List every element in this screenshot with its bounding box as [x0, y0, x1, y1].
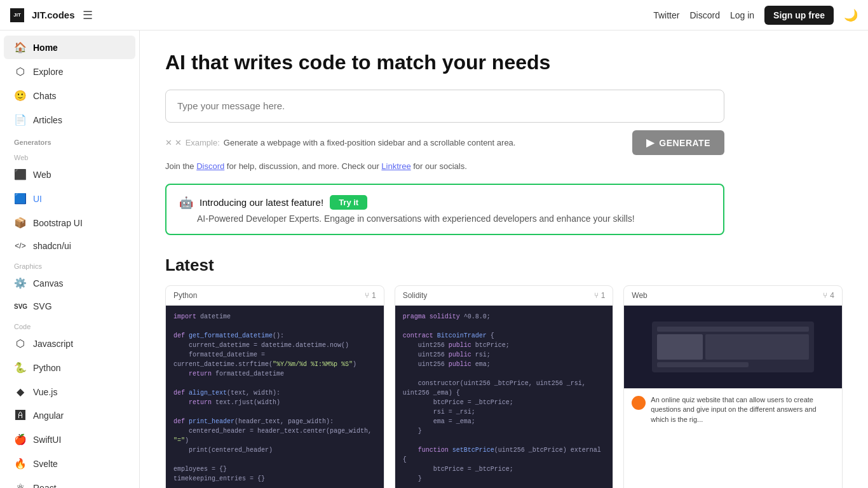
card-python-lang: Python [173, 291, 197, 300]
svelte-icon: 🔥 [14, 458, 27, 470]
example-label: Example: [186, 138, 220, 147]
sidebar: 🏠 Home ⬡ Explore 🙂 Chats 📄 Articles Gene… [0, 30, 140, 488]
shadcn-icon: </> [14, 241, 27, 250]
sidebar-label-react: React [33, 483, 57, 489]
sidebar-item-home[interactable]: 🏠 Home [4, 36, 135, 59]
sidebar-label-svg: SVG [33, 301, 52, 311]
topnav-right: Twitter Discord Log in Sign up free 🌙 [653, 6, 858, 25]
feature-description: AI-Powered Developer Experts. Engage in … [179, 214, 710, 224]
sidebar-item-svelte[interactable]: 🔥 Svelte [4, 452, 135, 475]
card-solidity-forks: ⑂ 1 [594, 291, 606, 300]
card-python[interactable]: Python ⑂ 1 import datetime def get_forma… [165, 285, 384, 488]
twitter-link[interactable]: Twitter [653, 10, 679, 20]
message-box[interactable] [165, 90, 724, 123]
sidebar-label-bootstrap: Bootstrap UI [33, 218, 83, 228]
sidebar-label-explore: Explore [33, 67, 63, 77]
discord-link[interactable]: Discord [689, 10, 719, 20]
sidebar-item-shadcn[interactable]: </> shadcn/ui [4, 235, 135, 257]
try-it-button[interactable]: Try it [330, 195, 367, 210]
sidebar-item-vuejs[interactable]: ◆ Vue.js [4, 380, 135, 403]
card-web-lang: Web [632, 291, 647, 300]
sidebar-label-python: Python [33, 363, 61, 373]
generate-label: GENERATE [659, 138, 710, 148]
discord-notice-link[interactable]: Discord [196, 161, 224, 171]
sidebar-item-canvas[interactable]: ⚙️ Canvas [4, 271, 135, 295]
sidebar-item-articles[interactable]: 📄 Articles [4, 108, 135, 132]
card-python-code-text: import datetime def get_formatted_dateti… [173, 312, 376, 488]
card-web-code [624, 306, 842, 388]
web-subsection-label: Web [0, 149, 139, 163]
sidebar-label-home: Home [33, 43, 58, 53]
sidebar-item-javascript[interactable]: ⬡ Javascript [4, 332, 135, 355]
fork-icon-3: ⑂ [823, 291, 827, 300]
discord-notice: Join the Discord for help, discussion, a… [165, 161, 724, 171]
topnav-left: JIT JIT.codes ☰ [10, 8, 93, 22]
feature-intro-text: Introducing our latest feature! [200, 197, 323, 208]
sidebar-item-bootstrap-ui[interactable]: 📦 Bootstrap UI [4, 211, 135, 234]
svg-icon: SVG [14, 303, 27, 310]
sidebar-label-swiftui: SwiftUI [33, 435, 61, 445]
javascript-icon: ⬡ [14, 337, 27, 349]
card-python-code: import datetime def get_formatted_dateti… [166, 306, 384, 488]
code-subsection-label: Code [0, 318, 139, 332]
card-web-desc: An online quiz website that can allow us… [651, 395, 834, 424]
vuejs-icon: ◆ [14, 386, 27, 398]
sidebar-item-ui[interactable]: 🟦 UI [4, 187, 135, 210]
card-solidity-lang: Solidity [403, 291, 428, 300]
canvas-icon: ⚙️ [14, 277, 27, 289]
sidebar-item-react[interactable]: ⚛ React [4, 476, 135, 488]
card-web[interactable]: Web ⑂ 4 [623, 285, 843, 488]
sidebar-item-python[interactable]: 🐍 Python [4, 356, 135, 379]
preview-row [657, 334, 809, 360]
sidebar-label-shadcn: shadcn/ui [33, 241, 71, 251]
feature-robot-icon: 🤖 [179, 196, 193, 210]
cards-grid: Python ⑂ 1 import datetime def get_forma… [165, 285, 843, 488]
card-solidity-forks-count: 1 [601, 291, 606, 300]
card-solidity-code-text: pragma solidity ^0.8.0; contract Bitcoin… [403, 312, 606, 488]
latest-section-title: Latest [165, 255, 843, 275]
site-name: JIT.codes [32, 10, 75, 20]
sidebar-item-swiftui[interactable]: 🍎 SwiftUI [4, 428, 135, 451]
generate-arrow-icon: ▶ [646, 137, 654, 149]
generate-button[interactable]: ▶ GENERATE [632, 130, 724, 155]
main-content: AI that writes code to match your needs … [140, 30, 868, 488]
sidebar-label-angular: Angular [33, 410, 64, 421]
web-icon: ⬛ [14, 168, 27, 180]
sidebar-item-svg[interactable]: SVG SVG [4, 295, 135, 317]
python-icon: 🐍 [14, 362, 27, 374]
logo-text: JIT [13, 12, 21, 18]
topnav: JIT JIT.codes ☰ Twitter Discord Log in S… [0, 0, 868, 30]
home-icon: 🏠 [14, 41, 27, 53]
hamburger-icon[interactable]: ☰ [83, 8, 93, 22]
login-link[interactable]: Log in [730, 10, 754, 20]
theme-toggle-icon[interactable]: 🌙 [844, 8, 858, 22]
sidebar-label-web: Web [33, 170, 51, 180]
bootstrap-icon: 📦 [14, 217, 27, 229]
feature-banner-top: 🤖 Introducing our latest feature! Try it [179, 195, 710, 210]
feature-banner: 🤖 Introducing our latest feature! Try it… [165, 184, 724, 235]
card-web-avatar [632, 396, 646, 410]
sidebar-label-chats: Chats [33, 91, 57, 101]
sidebar-label-vuejs: Vue.js [33, 387, 57, 397]
sidebar-label-ui: UI [33, 194, 42, 204]
angular-icon: 🅰 [14, 410, 27, 421]
linktree-link[interactable]: Linktree [381, 161, 410, 171]
preview-content [705, 334, 809, 360]
page-title: AI that writes code to match your needs [165, 51, 843, 74]
card-solidity-header: Solidity ⑂ 1 [395, 286, 613, 306]
card-solidity-code: pragma solidity ^0.8.0; contract Bitcoin… [395, 306, 613, 488]
sidebar-item-explore[interactable]: ⬡ Explore [4, 60, 135, 83]
action-row: ✕ ✕ Example: Generate a webpage with a f… [165, 130, 724, 155]
sidebar-item-web[interactable]: ⬛ Web [4, 163, 135, 186]
example-cross-icon: ✕ ✕ [165, 138, 182, 147]
articles-icon: 📄 [14, 114, 27, 126]
message-input[interactable] [177, 100, 712, 111]
card-web-forks-count: 4 [830, 291, 834, 300]
generators-label: Generators [0, 132, 139, 149]
sidebar-item-chats[interactable]: 🙂 Chats [4, 84, 135, 107]
sidebar-item-angular[interactable]: 🅰 Angular [4, 404, 135, 427]
explore-icon: ⬡ [14, 65, 27, 78]
card-solidity[interactable]: Solidity ⑂ 1 pragma solidity ^0.8.0; con… [395, 285, 614, 488]
sidebar-label-articles: Articles [33, 115, 62, 125]
signup-button[interactable]: Sign up free [764, 6, 834, 25]
